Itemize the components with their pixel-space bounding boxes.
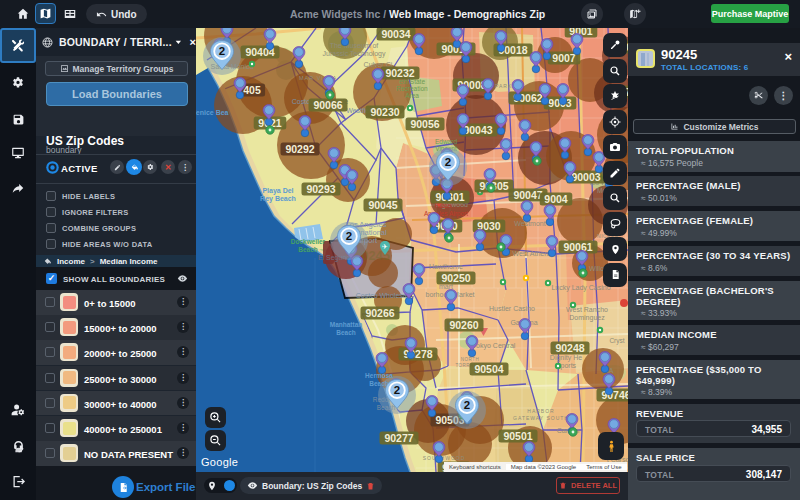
svg-text:90043: 90043 [463, 124, 492, 136]
svg-text:NORTH: NORTH [461, 357, 479, 362]
svg-text:Beach: Beach [336, 329, 356, 336]
svg-text:✈: ✈ [382, 243, 388, 250]
svg-text:90034: 90034 [381, 28, 410, 40]
svg-text:90056: 90056 [410, 118, 439, 130]
svg-text:90277: 90277 [384, 432, 413, 444]
svg-text:Venice Bea: Venice Bea [196, 109, 229, 116]
svg-text:West Athens: West Athens [512, 250, 552, 257]
svg-text:405: 405 [243, 84, 261, 96]
svg-text:90066: 90066 [313, 99, 342, 111]
svg-text:Costco Wholesal: Costco Wholesal [356, 292, 409, 299]
svg-text:Dockweiler: Dockweiler [291, 238, 326, 245]
svg-text:90248: 90248 [555, 342, 584, 354]
svg-text:90003: 90003 [571, 171, 600, 183]
svg-text:Edward: Edward [435, 138, 457, 145]
svg-text:90266: 90266 [365, 307, 394, 319]
svg-text:9004: 9004 [544, 193, 568, 205]
svg-text:Beach: Beach [298, 246, 318, 253]
svg-text:HARBOR: HARBOR [527, 408, 554, 414]
svg-text:90250: 90250 [441, 272, 470, 284]
svg-text:Manhattan: Manhattan [330, 321, 363, 328]
svg-text:Hawthorne: Hawthorne [429, 263, 463, 270]
svg-text:9007: 9007 [552, 52, 576, 64]
svg-text:90230: 90230 [370, 106, 399, 118]
svg-text:Lucky Lady Casino: Lucky Lady Casino [551, 284, 610, 292]
svg-text:Playa Del: Playa Del [262, 187, 293, 195]
svg-text:90501: 90501 [503, 430, 532, 442]
svg-text:Area: Area [405, 92, 419, 99]
svg-text:90292: 90292 [285, 143, 314, 155]
svg-text:Westmont: Westmont [514, 220, 545, 227]
svg-text:90293: 90293 [306, 183, 335, 195]
svg-text:Jurassic Technology: Jurassic Technology [323, 50, 386, 58]
svg-text:Recreation: Recreation [396, 85, 428, 92]
svg-text:90061: 90061 [563, 241, 592, 253]
svg-text:Dignity He: Dignity He [550, 354, 582, 362]
svg-text:90047: 90047 [513, 189, 542, 201]
svg-text:90504: 90504 [474, 363, 503, 375]
svg-text:Rey Beach: Rey Beach [260, 195, 296, 203]
svg-text:Dominguez: Dominguez [569, 314, 605, 322]
svg-text:The Museum of: The Museum of [330, 42, 379, 49]
svg-text:90232: 90232 [385, 67, 414, 79]
svg-text:GATEWAY SOUTH: GATEWAY SOUTH [513, 415, 569, 421]
svg-text:90260: 90260 [449, 319, 478, 331]
svg-text:Tokyo Central: Tokyo Central [473, 342, 516, 350]
svg-text:SOUTHWOOD: SOUTHWOOD [423, 455, 466, 461]
svg-text:90045: 90045 [368, 199, 397, 211]
svg-text:Cryst: Cryst [609, 337, 624, 345]
svg-text:Hustler Casino: Hustler Casino [489, 305, 535, 312]
